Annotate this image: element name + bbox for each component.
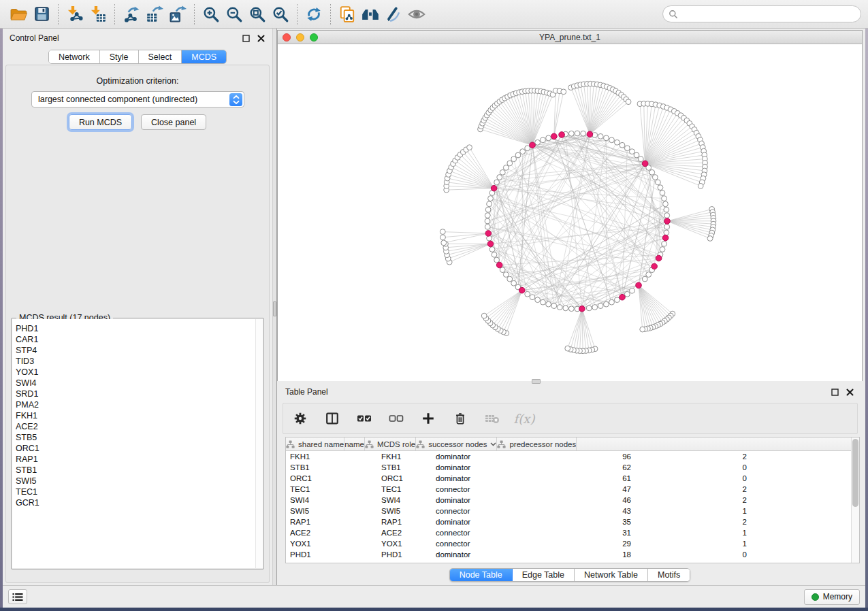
table-row[interactable]: PHD1 PHD1 dominator 18 0 [286,549,859,560]
mcds-result-item[interactable]: FKH1 [16,410,263,421]
table-row[interactable]: YOX1 YOX1 connector 29 1 [286,538,859,549]
export-image-button[interactable] [166,3,189,26]
main-toolbar [0,0,868,29]
mcds-panel: Optimization criterion: largest connecte… [5,65,270,583]
table-row[interactable]: SWI5 SWI5 connector 43 1 [286,506,859,516]
cell-predecessor-nodes: 0 [635,473,751,484]
table-column-header[interactable]: name [344,437,365,450]
zoom-in-button[interactable] [199,3,223,26]
zoom-fit-button[interactable] [246,3,269,26]
memory-button[interactable]: Memory [804,589,860,605]
table-tab[interactable]: Motifs [648,569,690,581]
network-window-titlebar[interactable]: YPA_prune.txt_1 [278,31,862,44]
table-tab[interactable]: Node Table [450,569,513,581]
mcds-result-item[interactable]: ORC1 [16,443,263,454]
import-network-button[interactable] [63,3,86,26]
create-column-button[interactable] [419,410,437,427]
network-window: YPA_prune.txt_1 [277,30,863,381]
mcds-list-scrollbar[interactable] [255,319,263,568]
optimization-criterion-select[interactable]: largest connected component (undirected) [31,91,244,108]
splitter-handle[interactable] [273,301,276,316]
run-mcds-button[interactable]: Run MCDS [69,114,132,130]
close-panel-button[interactable]: Close panel [141,114,206,130]
export-table-button[interactable] [143,3,166,26]
cell-predecessor-nodes: 1 [635,527,751,538]
table-settings-button[interactable] [291,410,309,427]
table-row[interactable]: FKH1 FKH1 dominator 96 2 [286,451,859,462]
search-network-button[interactable] [359,3,382,26]
mcds-result-item[interactable]: PMA2 [16,399,263,410]
table-row[interactable]: RAP1 RAP1 dominator 35 2 [286,516,859,527]
cell-name: STB1 [377,462,432,473]
table-column-header[interactable]: successor nodes [416,437,497,450]
sitemap-icon [416,440,425,448]
deselect-all-columns-button[interactable] [387,410,405,427]
table-row[interactable]: TEC1 TEC1 connector 47 2 [286,484,859,495]
close-table-panel-icon[interactable] [846,388,854,397]
mcds-result-item[interactable]: RAP1 [16,454,263,465]
refresh-icon [305,5,323,23]
mcds-result-item[interactable]: TEC1 [16,486,263,497]
table-row[interactable]: ORC1 ORC1 dominator 61 0 [286,473,859,484]
zoom-selected-button[interactable] [269,3,292,26]
cell-name: RAP1 [377,516,432,527]
network-search-field[interactable] [662,5,861,22]
cell-predecessor-nodes: 0 [635,549,751,560]
close-panel-icon[interactable] [257,34,266,43]
table-column-header[interactable]: shared name [286,437,344,450]
open-session-button[interactable] [7,3,30,26]
mcds-result-list[interactable]: PHD1CAR1STP4TID3YOX1SWI4SRD1PMA2FKH1ACE2… [12,319,263,568]
table-scrollbar-thumb[interactable] [852,439,858,507]
delete-column-button[interactable] [451,410,469,427]
export-network-button[interactable] [120,3,143,26]
table-row[interactable]: SWI4 SWI4 dominator 46 2 [286,495,859,506]
search-input[interactable] [681,10,855,19]
table-row[interactable]: ACE2 ACE2 connector 31 1 [286,527,859,538]
mcds-result-item[interactable]: STB5 [16,432,263,443]
cell-name: FKH1 [377,451,432,462]
table-column-header[interactable]: MCDS role [365,437,416,450]
table-tab[interactable]: Network Table [575,569,648,581]
zoom-out-button[interactable] [223,3,246,26]
mcds-result-item[interactable]: ACE2 [16,421,263,432]
mcds-result-item[interactable]: SWI4 [16,378,263,389]
control-panel-tab[interactable]: Select [139,50,182,63]
mcds-result-item[interactable]: CAR1 [16,334,263,345]
mcds-result-item[interactable]: STB1 [16,465,263,476]
mcds-result-item[interactable]: SWI5 [16,476,263,486]
float-table-panel-icon[interactable] [831,388,839,397]
mcds-result-item[interactable]: SRD1 [16,389,263,399]
toolbar-separator [297,4,298,24]
control-panel-tab[interactable]: MCDS [182,50,226,63]
mcds-result-item[interactable]: PHD1 [16,323,263,334]
desktop-edge-left [0,29,3,608]
mcds-result-item[interactable]: YOX1 [16,367,263,378]
vizmapper-button[interactable] [382,3,405,26]
mcds-result-item[interactable]: STP4 [16,345,263,356]
mcds-result-item[interactable]: GCR1 [16,497,263,508]
column-layout-button[interactable] [323,410,341,427]
column-header-label: name [344,440,364,448]
show-graphics-details-button[interactable] [405,3,428,26]
select-all-columns-button[interactable] [355,410,373,427]
task-history-button[interactable] [8,589,27,604]
mcds-result-item[interactable]: TID3 [16,356,263,367]
save-session-button[interactable] [30,3,53,26]
float-window-icon[interactable] [242,34,251,43]
optimization-criterion-label: Optimization criterion: [6,76,269,86]
control-panel-tab[interactable]: Style [100,50,139,63]
table-column-header[interactable]: predecessor nodes [497,437,577,450]
import-table-icon [89,5,107,23]
table-row[interactable]: STB1 STB1 dominator 62 0 [286,462,859,473]
clone-network-button[interactable] [336,3,359,26]
horizontal-splitter-handle[interactable] [532,379,541,384]
refresh-view-button[interactable] [302,3,325,26]
network-graph-canvas[interactable] [278,45,862,381]
import-table-button[interactable] [86,3,110,26]
table-tab[interactable]: Edge Table [513,569,575,581]
cell-mcds-role: connector [432,484,534,495]
cell-mcds-role: dominator [432,473,534,484]
table-scrollbar[interactable] [851,437,859,563]
control-panel-tab[interactable]: Network [49,50,100,63]
vertical-splitter[interactable] [272,29,277,585]
